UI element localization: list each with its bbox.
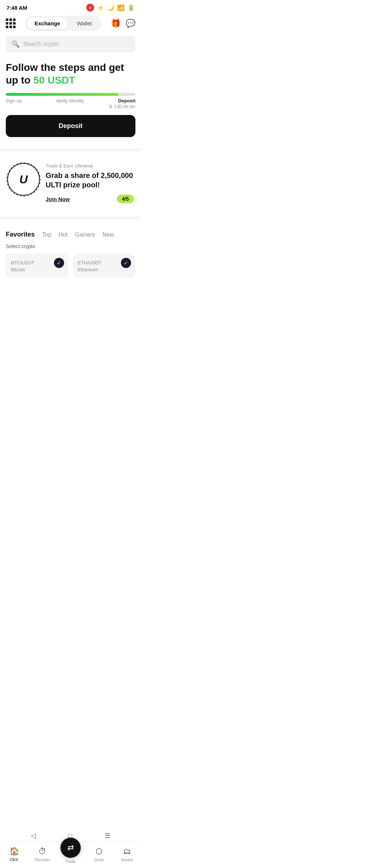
trade-earn-title: Grab a share of 2,500,000 ULTI prize poo… (46, 171, 134, 190)
tab-hot[interactable]: Hot (59, 231, 68, 238)
progress-bar-fill (6, 93, 118, 96)
trade-earn-card: U ⋮ Trade & Earn Ultiverse Grab a share … (0, 157, 141, 210)
search-bar[interactable]: 🔍 Search crypto (6, 36, 135, 52)
search-placeholder: Search crypto (23, 41, 59, 47)
market-section: Favorites Top Hot Gainers New Select cry… (0, 225, 141, 283)
deposit-button[interactable]: Deposit (6, 115, 135, 137)
tab-wallet[interactable]: Wallet (69, 17, 100, 29)
tab-favorites[interactable]: Favorites (6, 231, 35, 238)
tab-gainers[interactable]: Gainers (75, 231, 95, 238)
section-divider (0, 149, 141, 152)
eth-fullname: Ethereum (78, 267, 130, 272)
trade-earn-tag: Trade & Earn Ultiverse (46, 163, 134, 169)
coin-dashes (7, 162, 41, 196)
eth-symbol: ETH (78, 260, 87, 265)
status-time: 7:48 AM (7, 5, 27, 11)
tab-exchange[interactable]: Exchange (27, 17, 68, 29)
wifi-icon: 📶 (117, 4, 125, 11)
section-divider-2 (0, 216, 141, 219)
eth-pair: /USDT (87, 260, 101, 265)
progress-signup: Sign up (6, 98, 22, 103)
deposit-timer: 🗓 13D:3h:3m (6, 104, 135, 109)
join-now-link[interactable]: Join Now (46, 196, 70, 202)
btc-pair: /USDT (20, 260, 34, 265)
ulti-coin-logo: U ⋮ (7, 163, 40, 196)
tab-new[interactable]: New (102, 231, 114, 238)
promo-title: Follow the steps and get up to 50 USDT (6, 61, 135, 86)
progress-deposit: Deposit (118, 98, 135, 103)
crypto-card-btc[interactable]: BTC/USDT Bitcoin ✓ (6, 254, 68, 277)
promo-section: Follow the steps and get up to 50 USDT S… (0, 58, 141, 143)
progress-container: Sign up Verify identity Deposit 🗓 13D:3h… (6, 93, 135, 109)
moon-icon: 🌙 (107, 4, 114, 11)
crypto-card-eth[interactable]: ETH/USDT Ethereum ✓ (73, 254, 135, 277)
header: Exchange Wallet 🎁 💬 (0, 14, 141, 34)
page-indicator: 4/5 (117, 195, 134, 203)
eth-check-badge: ✓ (121, 258, 131, 268)
progress-verify: Verify identity (56, 98, 84, 103)
crypto-grid: BTC/USDT Bitcoin ✓ ETH/USDT Ethereum ✓ (6, 254, 135, 283)
chat-icon[interactable]: 💬 (126, 19, 135, 28)
trade-earn-footer: Join Now 4/5 (46, 195, 134, 203)
tab-top[interactable]: Top (42, 231, 51, 238)
btc-symbol: BTC (11, 260, 20, 265)
search-icon: 🔍 (12, 40, 20, 48)
rec-icon: ● (86, 4, 94, 12)
progress-bar (6, 93, 135, 96)
battery-icon: 🔋 (127, 4, 135, 11)
status-icons: ● ⚡ 🌙 📶 🔋 (86, 4, 135, 12)
progress-labels: Sign up Verify identity Deposit (6, 98, 135, 103)
promo-highlight: 50 USDT (33, 75, 75, 86)
btc-check-badge: ✓ (54, 258, 64, 268)
trade-earn-info: Trade & Earn Ultiverse Grab a share of 2… (46, 163, 134, 203)
header-actions: 🎁 💬 (111, 19, 135, 28)
status-bar: 7:48 AM ● ⚡ 🌙 📶 🔋 (0, 0, 141, 14)
select-crypto-label: Select crypto (6, 243, 135, 249)
btc-fullname: Bitcoin (11, 267, 63, 272)
coin-dots: ⋮ (11, 183, 14, 187)
grid-menu-icon[interactable] (6, 18, 16, 28)
bluetooth-icon: ⚡ (97, 4, 104, 11)
gift-icon[interactable]: 🎁 (111, 19, 121, 28)
exchange-wallet-tabs: Exchange Wallet (25, 16, 101, 31)
market-tabs: Favorites Top Hot Gainers New (6, 231, 135, 238)
